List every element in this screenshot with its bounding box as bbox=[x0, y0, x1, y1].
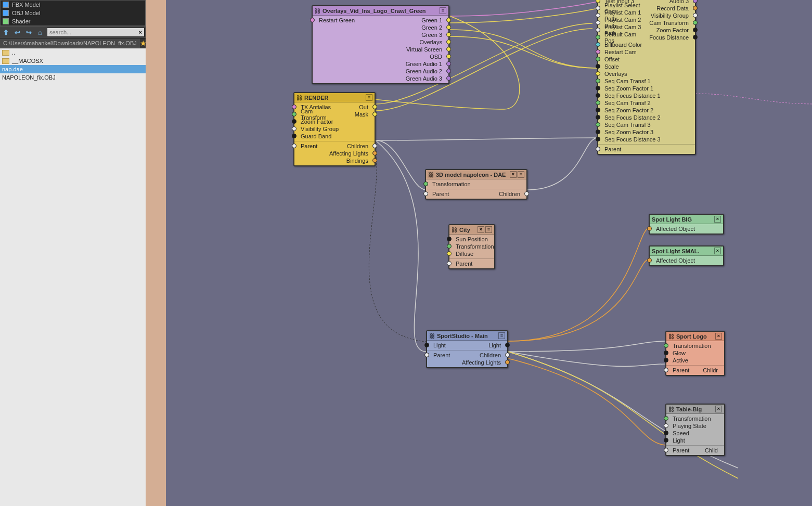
port-in[interactable] bbox=[424, 343, 429, 347]
file-nap-dae[interactable]: nap.dae bbox=[0, 65, 146, 73]
menu-icon[interactable]: ≡ bbox=[485, 226, 492, 233]
port-out[interactable] bbox=[446, 69, 451, 73]
port-out[interactable] bbox=[446, 32, 451, 37]
node-sequencer[interactable]: Test Input 3Audio 3 Playlist Select CamR… bbox=[597, 0, 696, 155]
port-in[interactable] bbox=[596, 71, 600, 76]
port-in[interactable] bbox=[596, 115, 600, 120]
node-overlays[interactable]: ⛓ Overlays_Vid_Ins_Logo_Crawl_Green ≡ Re… bbox=[312, 5, 449, 84]
port-out[interactable] bbox=[372, 158, 377, 163]
search-input[interactable] bbox=[47, 28, 137, 36]
port-out[interactable] bbox=[446, 61, 451, 66]
current-path[interactable]: C:\Users\mahankel\Downloads\NAPOLEON_fix… bbox=[0, 38, 140, 48]
port-in[interactable] bbox=[596, 108, 600, 112]
port-out[interactable] bbox=[505, 360, 510, 365]
node-sport-logo[interactable]: ⛓ Sport Logo × Transformation Glow Activ… bbox=[665, 331, 725, 376]
port-in[interactable] bbox=[596, 100, 600, 105]
port-in[interactable] bbox=[292, 112, 297, 116]
port-in[interactable] bbox=[447, 251, 452, 256]
node-header[interactable]: ⛓ Table-Big × bbox=[666, 405, 724, 414]
node-header[interactable]: Spot Light BIG × bbox=[650, 215, 723, 224]
port-in[interactable] bbox=[664, 368, 668, 372]
port-out[interactable] bbox=[693, 28, 698, 32]
port-in[interactable] bbox=[292, 134, 297, 138]
close-icon[interactable]: × bbox=[714, 248, 721, 254]
port-in[interactable] bbox=[424, 353, 429, 357]
node-header[interactable]: ⛓ SportStudio - Main ≡ bbox=[427, 331, 507, 341]
node-3d-model[interactable]: ⛓ 3D model napoleon - DAE × ≡ Transforma… bbox=[425, 169, 527, 200]
close-icon[interactable]: × bbox=[478, 226, 484, 233]
port-out[interactable] bbox=[693, 0, 698, 3]
port-out[interactable] bbox=[505, 353, 510, 357]
port-in[interactable] bbox=[647, 258, 652, 263]
port-out[interactable] bbox=[446, 40, 451, 44]
port-in[interactable] bbox=[596, 137, 600, 141]
port-in[interactable] bbox=[596, 79, 600, 83]
port-in[interactable] bbox=[664, 448, 668, 452]
menu-icon[interactable]: ≡ bbox=[366, 94, 372, 101]
close-icon[interactable]: × bbox=[510, 171, 517, 178]
port-in[interactable] bbox=[596, 129, 600, 134]
home-icon[interactable]: ⌂ bbox=[35, 28, 45, 37]
port-out[interactable] bbox=[372, 105, 377, 109]
port-in[interactable] bbox=[664, 343, 668, 348]
port-in[interactable] bbox=[664, 358, 668, 362]
port-out[interactable] bbox=[693, 6, 698, 10]
port-in[interactable] bbox=[423, 191, 428, 196]
port-in[interactable] bbox=[596, 122, 600, 127]
node-header[interactable]: ⛓ City × ≡ bbox=[449, 225, 494, 235]
port-in[interactable] bbox=[596, 64, 600, 69]
node-render[interactable]: ⛓ RENDER ≡ TX AntialiasOut Cam Transform… bbox=[293, 92, 376, 166]
port-in[interactable] bbox=[447, 244, 452, 249]
asset-obj[interactable]: OBJ Model bbox=[1, 9, 145, 17]
port-in[interactable] bbox=[423, 181, 428, 186]
file-napoleon-obj[interactable]: NAPOLEON_fix.OBJ bbox=[0, 73, 146, 82]
port-in[interactable] bbox=[664, 351, 668, 355]
node-header[interactable]: ⛓ Sport Logo × bbox=[666, 332, 724, 341]
node-header[interactable]: ⛓ RENDER ≡ bbox=[294, 93, 375, 102]
file-up[interactable]: .. bbox=[0, 48, 146, 57]
port-in[interactable] bbox=[596, 57, 600, 61]
port-out[interactable] bbox=[446, 25, 451, 30]
node-header[interactable]: ⛓ 3D model napoleon - DAE × ≡ bbox=[426, 170, 526, 179]
port-out[interactable] bbox=[372, 144, 377, 148]
asset-fbx[interactable]: FBX Model bbox=[1, 1, 145, 9]
port-in[interactable] bbox=[447, 261, 452, 266]
node-graph-canvas[interactable]: ⛓ Overlays_Vid_Ins_Logo_Crawl_Green ≡ Re… bbox=[166, 0, 812, 506]
node-header[interactable]: ⛓ Overlays_Vid_Ins_Logo_Crawl_Green ≡ bbox=[313, 6, 448, 16]
port-out[interactable] bbox=[372, 151, 377, 155]
port-out[interactable] bbox=[693, 35, 698, 40]
port-in[interactable] bbox=[596, 86, 600, 90]
port-in[interactable] bbox=[647, 226, 652, 231]
asset-shader[interactable]: Shader bbox=[1, 17, 145, 25]
port-in[interactable] bbox=[596, 147, 600, 151]
port-out[interactable] bbox=[446, 18, 451, 22]
close-icon[interactable]: × bbox=[715, 406, 722, 412]
search-box[interactable]: × bbox=[47, 28, 145, 37]
port-out[interactable] bbox=[693, 13, 698, 18]
port-in[interactable] bbox=[596, 49, 600, 54]
port-in[interactable] bbox=[664, 423, 668, 428]
port-out[interactable] bbox=[446, 76, 451, 81]
port-out[interactable] bbox=[693, 20, 698, 25]
port-in[interactable] bbox=[310, 18, 315, 22]
node-table-big[interactable]: ⛓ Table-Big × Transformation Playing Sta… bbox=[665, 404, 725, 456]
port-in[interactable] bbox=[596, 35, 600, 40]
node-header[interactable]: Spot Light SMAL. × bbox=[650, 246, 723, 256]
back-arrow-icon[interactable]: ↩ bbox=[12, 28, 22, 37]
close-icon[interactable]: × bbox=[715, 333, 722, 340]
port-in[interactable] bbox=[292, 126, 297, 131]
port-in[interactable] bbox=[292, 144, 297, 148]
node-spot-light-big[interactable]: Spot Light BIG × Affected Object bbox=[649, 214, 724, 235]
port-in[interactable] bbox=[447, 237, 452, 241]
port-in[interactable] bbox=[664, 431, 668, 435]
up-arrow-icon[interactable]: ⬆ bbox=[1, 28, 10, 37]
menu-icon[interactable]: ≡ bbox=[440, 7, 446, 14]
port-in[interactable] bbox=[596, 93, 600, 98]
port-in[interactable] bbox=[664, 416, 668, 421]
port-in[interactable] bbox=[664, 438, 668, 443]
menu-icon[interactable]: ≡ bbox=[498, 332, 505, 339]
menu-icon[interactable]: ≡ bbox=[518, 171, 524, 178]
search-clear-icon[interactable]: × bbox=[137, 29, 144, 35]
file-macosx[interactable]: __MACOSX bbox=[0, 57, 146, 65]
forward-arrow-icon[interactable]: ↪ bbox=[24, 28, 33, 37]
